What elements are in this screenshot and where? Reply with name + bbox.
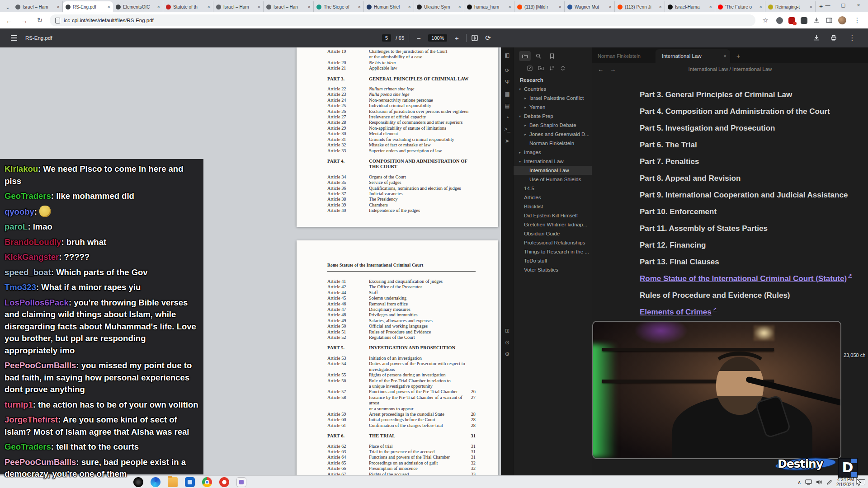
tab-close-icon[interactable]: × <box>659 4 662 9</box>
browser-tab[interactable]: Israel – Ham × <box>213 1 264 12</box>
zoom-out-icon[interactable]: − <box>414 34 424 42</box>
back-icon[interactable]: ← <box>4 17 14 24</box>
browser-tab[interactable]: Israel – Ham × <box>13 1 63 12</box>
pdf-menu-icon[interactable] <box>11 38 17 38</box>
tab-close-icon[interactable]: × <box>723 53 726 59</box>
sidebar-toggle-icon[interactable]: ◧ <box>501 49 514 61</box>
rotate-icon[interactable]: ⟳ <box>483 34 493 42</box>
ribbon-bottom-icon[interactable]: ⊙ <box>501 337 514 348</box>
tree-item[interactable]: ToDo stuff <box>514 256 592 265</box>
tree-item[interactable]: Did Epstein Kill Himself <box>514 211 592 220</box>
tab-close-icon[interactable]: × <box>408 4 411 9</box>
page-number-input[interactable]: 5 <box>382 34 391 42</box>
download-icon[interactable] <box>813 34 820 42</box>
tab-close-icon[interactable]: × <box>108 4 110 9</box>
note-heading[interactable]: Elements of Crimes ↗ <box>640 304 868 320</box>
note-heading[interactable]: Part 5. Investigation and Prosecution <box>640 120 868 136</box>
tree-item[interactable]: Obsidian Guide <box>514 229 592 238</box>
extension-adblock-icon[interactable] <box>788 17 795 24</box>
close-button[interactable]: × <box>851 0 866 11</box>
print-icon[interactable] <box>830 34 837 42</box>
tray-chevron-icon[interactable]: ∧ <box>797 479 801 485</box>
zoom-level-input[interactable]: 100% <box>428 34 447 42</box>
browser-tab[interactable]: 'The Future o × <box>715 1 765 12</box>
browser-tab[interactable]: Israel-Hama × <box>665 1 715 12</box>
tree-item[interactable]: ▸ Jones and Greenwald D... <box>514 130 592 139</box>
tree-item[interactable]: Gretchen Whitmer kidnap... <box>514 220 592 229</box>
tab-close-icon[interactable]: × <box>509 4 511 9</box>
browser-tab[interactable]: Human Shiel × <box>364 1 414 12</box>
note-heading[interactable]: Part 4. Composition and Administration o… <box>640 103 868 120</box>
ribbon-action-icon[interactable]: ▦ <box>501 88 514 100</box>
tab-close-icon[interactable]: × <box>458 4 461 9</box>
browser-tab[interactable]: ElementsOfC × <box>113 1 163 12</box>
browser-tab[interactable]: The Siege of × <box>314 1 364 12</box>
tree-item[interactable]: International Law <box>514 166 592 175</box>
extension-shield-icon[interactable] <box>801 17 807 24</box>
note-heading[interactable]: Part 11. Assembly of States Parties <box>640 220 868 237</box>
browser-tab[interactable]: RS-Eng.pdf × <box>63 1 113 12</box>
chrome-icon[interactable] <box>202 477 212 487</box>
address-bar[interactable]: icc-cpi.int/sites/default/files/RS-Eng.p… <box>50 14 755 26</box>
tab-close-icon[interactable]: × <box>258 4 260 9</box>
note-heading[interactable]: Part 9. International Cooperation and Ju… <box>640 187 868 203</box>
new-obsidian-tab-icon[interactable]: + <box>730 52 740 63</box>
note-heading[interactable]: Part 6. The Trial <box>640 136 868 153</box>
files-tab-icon[interactable] <box>519 51 531 61</box>
note-heading[interactable]: Part 13. Final Clauses <box>640 253 868 270</box>
tab-close-icon[interactable]: × <box>559 4 561 9</box>
note-heading[interactable]: Rules of Procedure and Evidence (Rules) <box>640 287 868 304</box>
tray-clock[interactable]: 4:34 PM 2/1/2024 <box>836 477 854 487</box>
sort-order-icon[interactable] <box>549 66 555 71</box>
tab-close-icon[interactable]: × <box>308 4 311 9</box>
forward-icon[interactable]: → <box>19 17 30 24</box>
browser-tab[interactable]: Statute of th × <box>163 1 213 12</box>
note-heading[interactable]: Rome Statue of the International Crimina… <box>640 270 868 287</box>
tree-item[interactable]: 14-5 <box>514 184 592 193</box>
tab-close-icon[interactable]: × <box>810 4 812 9</box>
note-heading[interactable]: Part 10. Enforcement <box>640 203 868 220</box>
browser-tab[interactable]: Israel – Han × <box>264 1 314 12</box>
browser-tab[interactable]: (113) Penn Ji × <box>615 1 665 12</box>
browser-tab[interactable]: hamas_hum × <box>464 1 514 12</box>
minimize-button[interactable]: — <box>820 0 835 11</box>
bookmarks-tab-icon[interactable] <box>546 51 558 61</box>
ribbon-bottom-icon[interactable]: ⚙ <box>501 348 514 360</box>
tree-item[interactable]: Professional Relationships <box>514 238 592 247</box>
obsidian-tab-active[interactable]: International Law × <box>656 49 730 63</box>
note-heading[interactable]: Part 12. Financing <box>640 237 868 253</box>
browser-tab[interactable]: Wagner Mut × <box>565 1 615 12</box>
tree-item[interactable]: Articles <box>514 193 592 202</box>
profile-avatar[interactable] <box>838 16 846 24</box>
ribbon-action-icon[interactable]: Ψ <box>501 76 514 88</box>
tab-close-icon[interactable]: × <box>57 4 60 9</box>
tab-close-icon[interactable]: × <box>709 4 712 9</box>
tree-item[interactable]: ▸ Ben Shapiro Debate <box>514 121 592 130</box>
browser-menu-icon[interactable]: ⋮ <box>852 16 863 24</box>
reload-icon[interactable]: ↻ <box>34 16 45 24</box>
browser-tab[interactable]: (113) [Mild r × <box>514 1 565 12</box>
tree-item[interactable]: Use of Human Shields <box>514 175 592 184</box>
note-heading[interactable]: Part 3. General Principles of Criminal L… <box>640 86 868 103</box>
tab-search-icon[interactable]: ⌄ <box>3 3 13 12</box>
tab-close-icon[interactable]: × <box>157 4 160 9</box>
tab-close-icon[interactable]: × <box>609 4 612 9</box>
volume-icon[interactable] <box>816 479 822 485</box>
taskbar-light-app-icon[interactable] <box>236 477 246 487</box>
tab-close-icon[interactable]: × <box>760 4 762 9</box>
tree-item[interactable]: ▾ International Law <box>514 157 592 166</box>
ribbon-action-icon[interactable]: ⟳ <box>501 65 514 76</box>
ribbon-action-icon[interactable]: ▤ <box>501 100 514 112</box>
new-note-icon[interactable] <box>527 66 533 71</box>
search-tab-icon[interactable] <box>533 51 544 61</box>
ribbon-bottom-icon[interactable]: ⊞ <box>501 325 514 337</box>
browser-tab[interactable]: Reimaging-t × <box>765 1 816 12</box>
obsidian-tab-inactive[interactable]: Norman Finkelstein <box>592 53 656 63</box>
tree-item[interactable]: ▾ Countries <box>514 84 592 94</box>
note-heading[interactable]: Part 8. Appeal and Revision <box>640 170 868 187</box>
taskbar-red-app-icon[interactable] <box>219 477 229 487</box>
network-icon[interactable] <box>805 479 812 485</box>
bookmark-star-icon[interactable]: ☆ <box>760 16 771 24</box>
tree-item[interactable]: Voter Statistics <box>514 265 592 274</box>
side-panel-icon[interactable] <box>826 17 833 24</box>
